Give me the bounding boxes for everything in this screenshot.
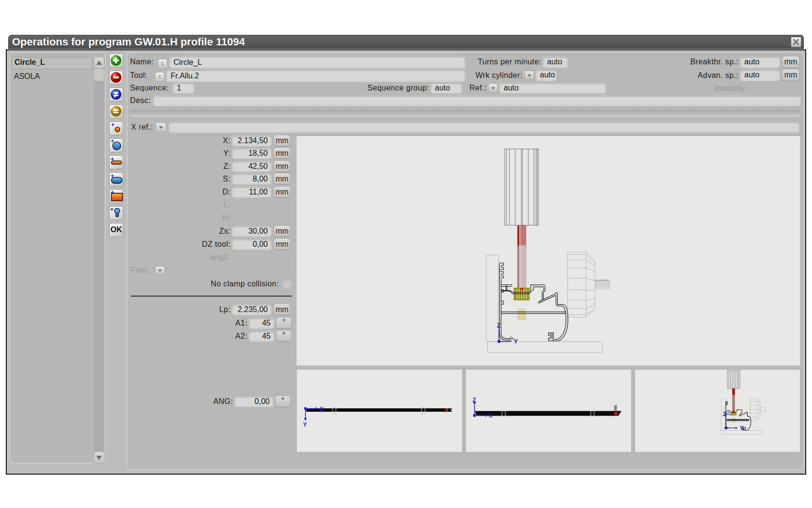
svg-text:Y: Y — [303, 421, 307, 428]
svg-text:Z: Z — [473, 397, 476, 403]
svg-text:Z: Z — [723, 411, 726, 418]
svg-text:X: X — [319, 406, 323, 413]
svg-text:Y: Y — [514, 338, 518, 345]
svg-text:X: X — [489, 412, 493, 419]
svg-text:Z: Z — [497, 322, 501, 329]
svg-text:Y: Y — [740, 425, 744, 432]
